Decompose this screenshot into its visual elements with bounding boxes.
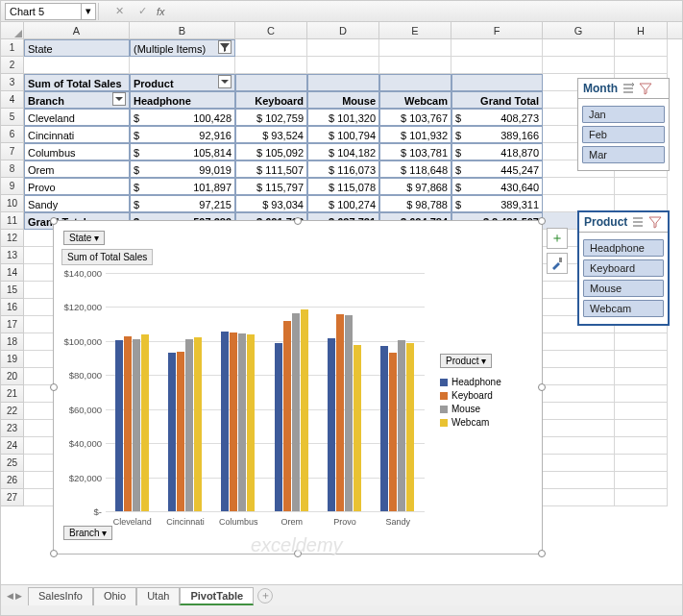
pivot-col-label[interactable]: Grand Total [451,91,543,109]
chart-filter-state[interactable]: State ▾ [63,231,105,245]
col-header-h[interactable]: H [615,22,668,38]
bar[interactable] [389,353,397,511]
select-all-corner[interactable] [1,22,24,38]
pivot-cell[interactable]: $ 93,034 [235,195,307,212]
row-header[interactable]: 23 [1,420,24,437]
pivot-cell[interactable]: $ 115,797 [235,178,307,195]
pivot-row-label[interactable]: Cincinnati [24,126,130,143]
multiselect-icon[interactable] [622,82,635,95]
row-header[interactable]: 16 [1,299,24,316]
col-header-g[interactable]: G [543,22,615,38]
row-header[interactable]: 21 [1,385,24,403]
pivot-cell[interactable]: $ 389,166 [451,126,543,143]
pivot-cell[interactable]: $ 100,274 [307,195,379,212]
pivot-cell[interactable]: $ 118,648 [379,160,451,178]
name-box-dropdown[interactable]: ▾ [82,3,96,20]
confirm-formula-icon[interactable]: ✓ [134,3,151,20]
col-header-f[interactable]: F [451,22,543,38]
dropdown-icon[interactable] [218,75,232,88]
bar[interactable] [301,309,308,511]
resize-handle[interactable] [50,550,58,557]
add-sheet-button[interactable]: ＋ [257,588,273,604]
chart-legend[interactable]: Product ▾ HeadphoneKeyboardMouseWebcam [440,354,524,431]
bar[interactable] [354,345,361,511]
resize-handle[interactable] [50,383,58,391]
slicer-item[interactable]: Mouse [583,280,664,297]
resize-handle[interactable] [538,217,546,225]
pivot-cell[interactable]: $92,916 [130,126,235,143]
resize-handle[interactable] [538,550,546,557]
bar[interactable] [115,340,123,511]
pivot-cell[interactable]: $ 115,078 [307,178,379,195]
pivot-cell[interactable]: $ 93,524 [235,126,307,143]
col-header-d[interactable]: D [307,22,379,38]
bar[interactable] [185,339,193,511]
row-header[interactable]: 1 [1,39,24,57]
bar[interactable] [398,340,405,511]
legend-item[interactable]: Keyboard [440,390,524,401]
row-header[interactable]: 26 [1,472,24,489]
pivot-col-label[interactable]: Headphone [130,91,235,109]
nav-prev-icon[interactable]: ◀ [7,591,13,601]
slicer-item[interactable]: Headphone [583,239,664,257]
col-header-e[interactable]: E [379,22,451,38]
pivot-cell[interactable]: $ 98,788 [379,195,451,212]
pivot-cell[interactable]: $ 97,868 [379,178,451,195]
col-header-a[interactable]: A [24,22,130,38]
chart-plot-area[interactable]: $-$20,000$40,000$60,000$80,000$100,000$1… [106,273,425,511]
pivot-cell[interactable]: $ 418,870 [451,143,543,160]
clear-filter-icon[interactable] [639,82,652,95]
pivot-cell[interactable]: $ 101,932 [379,126,451,143]
bar[interactable] [124,336,132,511]
pivot-cell[interactable]: $ 104,182 [307,143,379,160]
pivot-filter-value[interactable]: (Multiple Items) [130,39,235,57]
row-header[interactable]: 12 [1,230,24,247]
tab-nav[interactable]: ◀▶ [1,591,28,601]
chart-title[interactable]: Sum of Total Sales [61,249,153,265]
legend-field-button[interactable]: Product ▾ [440,354,492,368]
fx-icon[interactable]: fx [157,6,165,17]
resize-handle[interactable] [538,383,546,391]
bar[interactable] [247,334,255,511]
chart-styles-button[interactable] [547,253,568,274]
row-header[interactable]: 20 [1,368,24,385]
legend-item[interactable]: Headphone [440,377,524,387]
pivot-col-label[interactable]: Mouse [307,91,379,109]
pivot-row-label[interactable]: Orem [24,160,130,178]
pivot-row-label[interactable]: Provo [24,178,130,195]
row-header[interactable]: 6 [1,126,24,143]
bar[interactable] [345,315,353,511]
dropdown-icon[interactable] [112,92,126,106]
bar[interactable] [230,333,237,511]
pivot-cell[interactable]: $ 105,092 [235,143,307,160]
bar[interactable] [238,333,246,511]
resize-handle[interactable] [50,217,58,225]
clear-filter-icon[interactable] [648,215,662,229]
row-header[interactable]: 7 [1,143,24,160]
multiselect-icon[interactable] [631,215,645,229]
slicer-product[interactable]: Product HeadphoneKeyboardMouseWebcam [577,210,670,326]
row-header[interactable]: 11 [1,212,24,230]
row-header[interactable]: 27 [1,489,24,506]
resize-handle[interactable] [294,217,302,225]
row-header[interactable]: 13 [1,247,24,264]
pivot-cell[interactable]: $ 100,794 [307,126,379,143]
pivot-cell[interactable]: $ 101,320 [307,109,379,126]
slicer-item[interactable]: Jan [582,106,665,123]
bar[interactable] [194,337,202,511]
pivot-cell[interactable]: $ 445,247 [451,160,543,178]
row-header[interactable]: 17 [1,316,24,333]
sheet-tab[interactable]: Ohio [93,587,136,605]
row-header[interactable]: 3 [1,74,24,91]
cancel-formula-icon[interactable]: ✕ [110,3,128,20]
slicer-item[interactable]: Mar [582,146,665,163]
pivot-cell[interactable]: $ 103,767 [379,109,451,126]
row-header[interactable]: 10 [1,195,24,212]
bar[interactable] [141,334,149,511]
bar[interactable] [168,353,176,511]
row-header[interactable]: 8 [1,160,24,178]
chart-filter-branch[interactable]: Branch ▾ [63,526,112,540]
filter-dropdown-icon[interactable] [218,40,232,54]
row-header[interactable]: 14 [1,264,24,282]
formula-bar[interactable] [165,3,678,20]
